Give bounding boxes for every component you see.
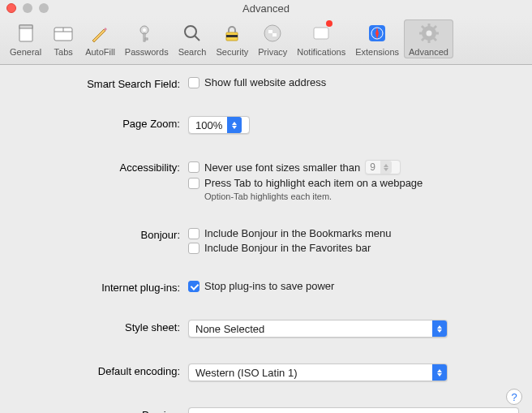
bonjour-favorites-row[interactable]: Include Bonjour in the Favorites bar xyxy=(188,242,519,254)
extensions-icon xyxy=(365,21,389,45)
svg-rect-1 xyxy=(19,25,32,28)
bonjour-bookmarks-text: Include Bonjour in the Bookmarks menu xyxy=(204,227,392,239)
search-icon xyxy=(180,21,204,45)
close-window-button[interactable] xyxy=(6,3,16,13)
stepper-arrows-icon xyxy=(380,161,392,174)
bonjour-bookmarks-checkbox[interactable] xyxy=(188,228,200,239)
encoding-value: Western (ISO Latin 1) xyxy=(195,367,302,379)
window-controls xyxy=(6,3,49,13)
stepper-arrows-icon xyxy=(432,364,447,381)
smart-search-label: Smart Search Field: xyxy=(13,76,188,90)
tab-security[interactable]: Security xyxy=(211,19,253,58)
press-tab-note: Option-Tab highlights each item. xyxy=(188,191,519,201)
show-full-url-checkbox[interactable] xyxy=(188,77,200,88)
lock-icon xyxy=(220,21,244,45)
stop-plugins-row[interactable]: Stop plug-ins to save power xyxy=(188,280,519,292)
page-zoom-label: Page Zoom: xyxy=(13,116,188,130)
page-zoom-select[interactable]: 100% xyxy=(188,116,250,134)
tab-search[interactable]: Search xyxy=(174,19,212,58)
tab-tabs[interactable]: Tabs xyxy=(46,19,80,58)
stylesheet-value: None Selected xyxy=(195,323,269,335)
svg-line-26 xyxy=(422,38,424,41)
title-bar: Advanced xyxy=(0,0,532,16)
press-tab-row[interactable]: Press Tab to highlight each item on a we… xyxy=(188,177,519,189)
accessibility-label: Accessibility: xyxy=(13,160,188,174)
autofill-icon xyxy=(88,21,112,45)
svg-line-23 xyxy=(422,26,424,28)
show-full-url-row[interactable]: Show full website address xyxy=(188,76,519,88)
tab-label: Passwords xyxy=(125,47,169,57)
tab-passwords[interactable]: Passwords xyxy=(120,19,174,58)
tab-extensions[interactable]: Extensions xyxy=(350,19,404,58)
tab-label: AutoFill xyxy=(85,47,115,57)
preferences-toolbar: General Tabs AutoFill Passwords Search S… xyxy=(0,16,532,65)
svg-point-6 xyxy=(143,28,146,32)
stylesheet-select[interactable]: None Selected xyxy=(188,320,448,338)
minimize-window-button[interactable] xyxy=(23,3,32,13)
svg-rect-12 xyxy=(226,35,238,37)
stop-plugins-text: Stop plug-ins to save power xyxy=(204,280,334,292)
general-icon xyxy=(14,21,38,45)
tab-label: Extensions xyxy=(355,47,399,57)
tab-label: Advanced xyxy=(409,47,448,57)
show-full-url-text: Show full website address xyxy=(204,76,326,88)
encoding-label: Default encoding: xyxy=(13,364,188,377)
stop-plugins-checkbox[interactable] xyxy=(188,281,200,292)
change-settings-button[interactable]: Change Settings… xyxy=(188,407,519,413)
key-icon xyxy=(135,21,159,45)
svg-rect-8 xyxy=(145,38,148,40)
page-zoom-value: 100% xyxy=(195,119,227,131)
stepper-arrows-icon xyxy=(227,117,242,133)
tab-label: Security xyxy=(216,47,248,57)
tab-notifications[interactable]: Notifications xyxy=(292,19,350,58)
bonjour-bookmarks-row[interactable]: Include Bonjour in the Bookmarks menu xyxy=(188,227,519,239)
zoom-window-button[interactable] xyxy=(39,3,49,13)
encoding-select[interactable]: Western (ISO Latin 1) xyxy=(188,364,448,381)
svg-point-18 xyxy=(426,31,431,37)
bonjour-favorites-text: Include Bonjour in the Favorites bar xyxy=(204,242,371,254)
tab-privacy[interactable]: Privacy xyxy=(253,19,292,58)
svg-line-24 xyxy=(434,38,436,41)
stepper-arrows-icon xyxy=(432,321,447,337)
svg-point-13 xyxy=(264,25,281,41)
press-tab-checkbox[interactable] xyxy=(188,178,200,189)
stylesheet-label: Style sheet: xyxy=(13,320,188,333)
min-font-value: 9 xyxy=(370,161,380,173)
tab-label: Notifications xyxy=(297,47,345,57)
tab-label: Privacy xyxy=(258,47,287,57)
tab-advanced[interactable]: Advanced xyxy=(404,19,453,58)
min-font-size-select[interactable]: 9 xyxy=(365,160,401,174)
tab-label: General xyxy=(10,47,41,57)
tab-general[interactable]: General xyxy=(5,19,46,58)
privacy-icon xyxy=(260,21,285,45)
tab-label: Tabs xyxy=(54,47,73,57)
min-font-text: Never use font sizes smaller than xyxy=(204,161,360,174)
tab-autofill[interactable]: AutoFill xyxy=(80,19,120,58)
notifications-icon xyxy=(309,21,333,45)
advanced-form: Smart Search Field: Show full website ad… xyxy=(0,65,532,413)
svg-point-9 xyxy=(185,26,196,37)
min-font-checkbox[interactable] xyxy=(188,161,200,173)
change-settings-text: Change Settings… xyxy=(199,411,287,414)
plugins-label: Internet plug-ins: xyxy=(13,280,188,294)
proxies-label: Proxies: xyxy=(13,407,188,413)
press-tab-text: Press Tab to highlight each item on a we… xyxy=(204,177,423,189)
tab-label: Search xyxy=(178,47,207,57)
svg-line-25 xyxy=(434,26,436,28)
svg-line-10 xyxy=(195,36,200,41)
bonjour-label: Bonjour: xyxy=(13,227,188,241)
tabs-icon xyxy=(51,21,75,45)
bonjour-favorites-checkbox[interactable] xyxy=(188,243,200,254)
svg-rect-14 xyxy=(314,28,328,39)
help-button[interactable]: ? xyxy=(506,389,522,405)
gear-icon xyxy=(417,21,441,45)
window-title: Advanced xyxy=(242,2,290,15)
